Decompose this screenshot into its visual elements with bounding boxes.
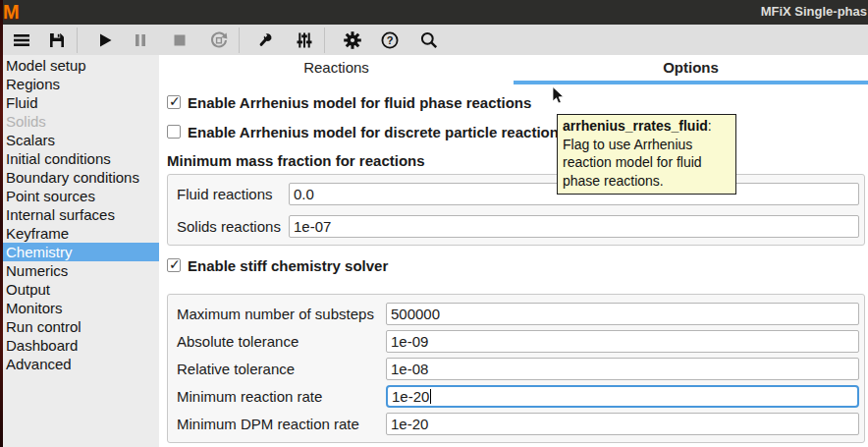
absolute-tolerance-label: Absolute tolerance — [173, 333, 386, 350]
min-reaction-rate-label: Minimum reaction rate — [173, 388, 386, 405]
sidebar-item-monitors[interactable]: Monitors — [0, 299, 159, 317]
sidebar-item-boundary-conditions[interactable]: Boundary conditions — [0, 168, 159, 187]
sidebar-item-output[interactable]: Output — [0, 280, 159, 299]
arrhenius-fluid-checkbox[interactable] — [167, 95, 181, 109]
solids-reactions-input[interactable]: 1e-07 — [289, 215, 859, 238]
sidebar-item-advanced[interactable]: Advanced — [0, 355, 159, 373]
toolbar-separator — [239, 28, 240, 53]
sidebar-item-model-setup[interactable]: Model setup — [0, 56, 159, 75]
text-caret — [430, 389, 431, 404]
sidebar-item-point-sources[interactable]: Point sources — [0, 187, 159, 205]
min-dpm-reaction-rate-label: Minimum DPM reaction rate — [173, 416, 386, 432]
search-icon — [419, 30, 439, 50]
min-dpm-reaction-rate-row: Minimum DPM reaction rate 1e-20 — [173, 410, 859, 437]
sidebar-item-chemistry[interactable]: Chemistry — [0, 243, 159, 261]
reset-button[interactable] — [205, 27, 233, 54]
absolute-tolerance-row: Absolute tolerance 1e-09 — [173, 327, 859, 355]
tooltip-separator: : — [708, 118, 712, 134]
min-dpm-reaction-rate-input[interactable]: 1e-20 — [386, 413, 859, 435]
min-reaction-rate-row: Minimum reaction rate 1e-20 — [173, 382, 859, 410]
gear-icon — [343, 30, 362, 50]
max-substeps-label: Maximum number of substeps — [173, 306, 386, 322]
max-substeps-input[interactable]: 500000 — [386, 303, 859, 325]
toolbar-separator — [324, 28, 325, 53]
save-icon — [47, 30, 67, 50]
min-reaction-rate-value: 1e-20 — [392, 388, 429, 405]
toolbar-separator — [77, 28, 78, 53]
solids-reactions-row: Solids reactions 1e-07 — [173, 212, 859, 240]
sidebar-item-dashboard[interactable]: Dashboard — [0, 336, 159, 355]
window-titlebar: M MFiX Single-phas — [0, 0, 868, 25]
keyword-tooltip: arrhenius_rrates_fluid: Flag to use Arrh… — [557, 114, 736, 195]
wrench-icon — [255, 30, 275, 50]
menu-icon — [12, 30, 31, 50]
arrhenius-dpm-label: Enable Arrhenius model for discrete part… — [188, 124, 567, 140]
tab-reactions[interactable]: Reactions — [159, 55, 514, 84]
arrhenius-fluid-checkbox-row: Enable Arrhenius model for fluid phase r… — [167, 92, 865, 112]
absolute-tolerance-input[interactable]: 1e-09 — [386, 330, 859, 353]
stiff-solver-label: Enable stiff chemistry solver — [188, 257, 388, 274]
relative-tolerance-row: Relative tolerance 1e-08 — [173, 355, 859, 382]
sidebar-item-scalars[interactable]: Scalars — [0, 131, 159, 149]
svg-text:?: ? — [387, 34, 394, 46]
sidebar-item-keyframe[interactable]: Keyframe — [0, 224, 159, 243]
reset-icon — [209, 30, 229, 50]
arrhenius-dpm-checkbox-row: Enable Arrhenius model for discrete part… — [167, 122, 865, 141]
build-button[interactable] — [251, 27, 279, 54]
sidebar-item-initial-conditions[interactable]: Initial conditions — [0, 149, 159, 168]
menu-button[interactable] — [8, 27, 35, 54]
solids-reactions-label: Solids reactions — [173, 218, 289, 235]
window-title: MFiX Single-phas — [761, 4, 867, 19]
tooltip-keyword: arrhenius_rrates_fluid — [563, 118, 708, 134]
save-button[interactable] — [43, 27, 71, 54]
sidebar-item-run-control[interactable]: Run control — [0, 317, 159, 336]
min-reaction-rate-input[interactable]: 1e-20 — [386, 385, 859, 408]
options-content: Enable Arrhenius model for fluid phase r… — [159, 92, 868, 443]
arrhenius-fluid-label: Enable Arrhenius model for fluid phase r… — [188, 94, 531, 111]
stiff-solver-groupbox: Maximum number of substeps 500000 Absolu… — [167, 294, 865, 443]
settings-button[interactable] — [339, 27, 366, 54]
max-substeps-row: Maximum number of substeps 500000 — [173, 300, 859, 327]
relative-tolerance-label: Relative tolerance — [173, 361, 386, 377]
search-button[interactable] — [415, 27, 443, 54]
tooltip-body: Flag to use Arrhenius reaction model for… — [563, 137, 702, 189]
help-button[interactable]: ? — [376, 27, 404, 54]
chemistry-panel: Reactions Options Enable Arrhenius model… — [159, 55, 868, 447]
tab-options[interactable]: Options — [514, 55, 868, 84]
help-icon: ? — [380, 30, 400, 50]
main-toolbar: ? — [0, 25, 868, 55]
relative-tolerance-input[interactable]: 1e-08 — [386, 358, 859, 380]
mass-fraction-groupbox: Fluid reactions 0.0 Solids reactions 1e-… — [167, 174, 865, 246]
mouse-cursor-icon — [552, 86, 566, 106]
sidebar-item-regions[interactable]: Regions — [0, 75, 159, 93]
play-icon — [95, 30, 115, 50]
sidebar-item-numerics[interactable]: Numerics — [0, 261, 159, 280]
parameters-button[interactable] — [291, 27, 318, 54]
fluid-reactions-row: Fluid reactions 0.0 — [173, 180, 859, 207]
sidebar-item-internal-surfaces[interactable]: Internal surfaces — [0, 205, 159, 224]
mfix-logo: M — [3, 1, 19, 24]
stop-icon — [170, 30, 190, 50]
run-button[interactable] — [91, 27, 119, 54]
arrhenius-dpm-checkbox[interactable] — [167, 125, 181, 139]
sidebar-item-solids: Solids — [0, 112, 159, 131]
navigation-sidebar: Model setup Regions Fluid Solids Scalars… — [0, 55, 159, 447]
mass-fraction-heading: Minimum mass fraction for reactions — [167, 152, 865, 169]
pause-button[interactable] — [127, 27, 154, 54]
chemistry-tabbar: Reactions Options — [159, 55, 868, 84]
stiff-solver-checkbox[interactable] — [167, 258, 181, 272]
pause-icon — [131, 30, 150, 50]
background-window-edge — [0, 0, 3, 447]
fluid-reactions-label: Fluid reactions — [173, 186, 289, 202]
stiff-solver-checkbox-row: Enable stiff chemistry solver — [167, 255, 865, 275]
sidebar-item-fluid[interactable]: Fluid — [0, 93, 159, 112]
stop-button[interactable] — [166, 27, 193, 54]
sliders-icon — [295, 30, 314, 50]
